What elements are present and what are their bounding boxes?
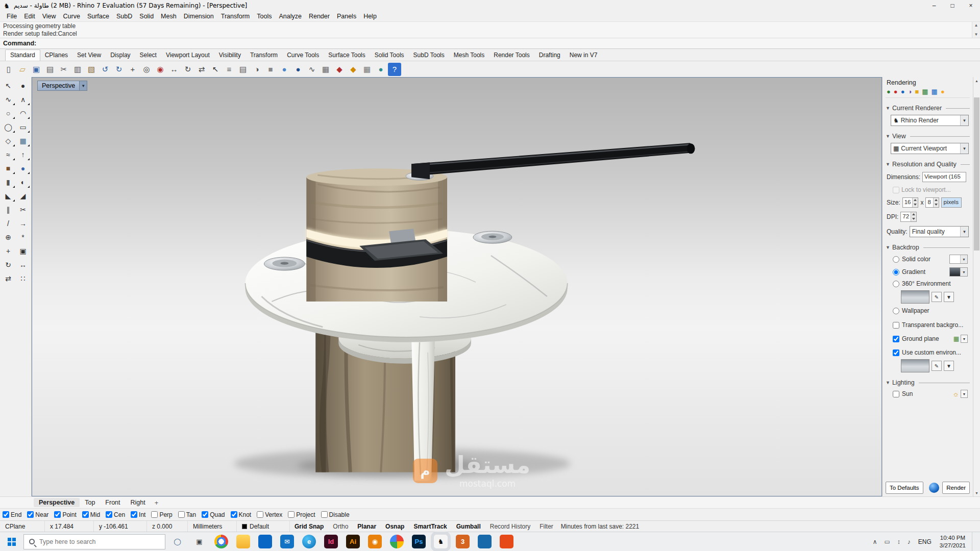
cylinder-icon[interactable]: ▮ bbox=[1, 175, 16, 189]
move-icon[interactable]: + bbox=[1, 244, 16, 258]
osnap-item[interactable]: Project bbox=[288, 511, 315, 518]
osnap-item[interactable]: Near bbox=[27, 511, 48, 518]
toolbar-tab[interactable]: Surface Tools bbox=[324, 50, 370, 61]
osnap-item[interactable]: Tan bbox=[178, 511, 196, 518]
store-icon[interactable] bbox=[258, 535, 272, 548]
status-toggle[interactable]: Filter bbox=[535, 521, 558, 532]
paste-icon[interactable]: ▧ bbox=[85, 63, 98, 76]
osnap-checkbox[interactable] bbox=[288, 511, 295, 518]
zoom-window-icon[interactable]: ◉ bbox=[154, 63, 167, 76]
osnap-item[interactable]: Perp bbox=[151, 511, 172, 518]
max-3d-icon[interactable]: 3 bbox=[456, 535, 470, 548]
layers-icon[interactable]: ≡ bbox=[223, 63, 236, 76]
box-icon[interactable]: ■ bbox=[1, 161, 16, 175]
notifications-bell-icon[interactable]: ● bbox=[941, 88, 945, 95]
boolean-icon[interactable]: ◐ bbox=[16, 175, 31, 189]
section-current-renderer[interactable]: ▼ Current Renderer bbox=[886, 105, 970, 112]
toolbar-tab[interactable]: Curve Tools bbox=[282, 50, 324, 61]
new-viewport-tab-icon[interactable]: + bbox=[155, 499, 159, 507]
perspective-viewport[interactable]: Perspective ▼ م مستقل mostaql.com bbox=[32, 77, 882, 496]
section-backdrop[interactable]: ▼ Backdrop bbox=[886, 244, 970, 251]
edit-environment-button[interactable]: ✎ bbox=[932, 361, 942, 371]
status-toggle[interactable]: Grid Snap bbox=[290, 521, 328, 532]
surface-icon[interactable]: ▦ bbox=[16, 134, 31, 147]
view-dropdown[interactable]: ▦ Current Viewport ▼ bbox=[891, 143, 969, 154]
image-icon[interactable]: ▦ bbox=[922, 88, 928, 95]
osnap-item[interactable]: Disable bbox=[321, 511, 350, 518]
osnap-item[interactable]: Int bbox=[131, 511, 145, 518]
menu-item[interactable]: Mesh bbox=[157, 12, 180, 21]
panel-scrollbar[interactable]: ▲ ▼ bbox=[973, 77, 980, 496]
toolbar-tab[interactable]: Drafting bbox=[534, 50, 565, 61]
point-icon[interactable]: ● bbox=[16, 79, 31, 92]
environment-radio[interactable] bbox=[893, 281, 899, 287]
move-icon[interactable]: ↔ bbox=[167, 63, 181, 76]
rotate-icon[interactable]: ↻ bbox=[181, 63, 194, 76]
edit-environment-button[interactable]: ✎ bbox=[932, 292, 942, 302]
task-view-icon[interactable]: ▣ bbox=[192, 535, 206, 548]
custom-environment-checkbox[interactable] bbox=[893, 349, 899, 356]
ground-plane-checkbox[interactable] bbox=[893, 336, 899, 342]
language-indicator[interactable]: ENG bbox=[914, 538, 936, 545]
tray-volume-icon[interactable]: ♪ bbox=[904, 538, 914, 545]
pan-icon[interactable]: + bbox=[126, 63, 139, 76]
osnap-checkbox[interactable] bbox=[231, 511, 237, 518]
size-height-spinner[interactable]: 8 bbox=[925, 197, 939, 208]
join-icon[interactable]: ⊕ bbox=[1, 230, 16, 244]
menu-item[interactable]: Tools bbox=[253, 12, 275, 21]
polyline-icon[interactable]: ∧ bbox=[16, 92, 31, 106]
osnap-checkbox[interactable] bbox=[151, 511, 158, 518]
toolbar-tab[interactable]: Set View bbox=[72, 50, 106, 61]
toolbar-tab[interactable]: Visibility bbox=[214, 50, 246, 61]
taskbar-search[interactable] bbox=[23, 534, 165, 549]
command-input[interactable] bbox=[38, 40, 977, 47]
polygon-icon[interactable]: ◇ bbox=[1, 134, 16, 147]
solid-color-radio[interactable] bbox=[893, 256, 899, 263]
status-toggle[interactable]: Record History bbox=[485, 521, 535, 532]
osnap-item[interactable]: Quad bbox=[202, 511, 225, 518]
menu-item[interactable]: Dimension bbox=[180, 12, 217, 21]
camera-app-icon[interactable]: ◉ bbox=[368, 535, 382, 548]
file-explorer-icon[interactable] bbox=[236, 535, 250, 548]
toolbar-tab[interactable]: CPlanes bbox=[40, 50, 72, 61]
print-icon[interactable]: ▤ bbox=[43, 63, 57, 76]
osnap-checkbox[interactable] bbox=[178, 511, 185, 518]
renderer-dropdown[interactable]: ♞ Rhino Render ▼ bbox=[891, 115, 969, 126]
fillet-icon[interactable]: ◣ bbox=[1, 189, 16, 203]
extend-icon[interactable]: → bbox=[16, 216, 31, 230]
circle-icon[interactable]: ○ bbox=[1, 106, 16, 120]
search-input[interactable] bbox=[39, 538, 165, 545]
osnap-item[interactable]: Point bbox=[54, 511, 76, 518]
cortana-icon[interactable]: ◯ bbox=[170, 535, 184, 548]
render-button[interactable]: Render bbox=[942, 482, 970, 494]
shaded-view-icon[interactable]: ● bbox=[278, 63, 291, 76]
chevron-down-icon[interactable]: ▼ bbox=[960, 227, 968, 237]
menu-item[interactable]: File bbox=[3, 12, 20, 21]
menu-item[interactable]: Solid bbox=[136, 12, 157, 21]
layer-button[interactable]: Default bbox=[237, 521, 290, 532]
toolbar-tab[interactable]: Viewport Layout bbox=[161, 50, 214, 61]
copy-icon[interactable]: ▥ bbox=[71, 63, 84, 76]
scroll-down-icon[interactable]: ▼ bbox=[973, 489, 980, 496]
toolbar-tab[interactable]: Standard bbox=[5, 49, 40, 61]
menu-item[interactable]: Surface bbox=[84, 12, 113, 21]
curve-icon[interactable]: ∿ bbox=[1, 92, 16, 106]
tray-expand-icon[interactable]: ∧ bbox=[869, 538, 881, 545]
toolbar-tab[interactable]: Display bbox=[106, 50, 135, 61]
units-button[interactable]: Millimeters bbox=[188, 521, 237, 532]
osnap-checkbox[interactable] bbox=[54, 511, 61, 518]
scrollbar-thumb[interactable] bbox=[974, 97, 979, 251]
viewport-canvas[interactable] bbox=[32, 78, 881, 496]
osnap-checkbox[interactable] bbox=[106, 511, 112, 518]
section-resolution[interactable]: ▼ Resolution and Quality bbox=[886, 161, 970, 168]
menu-item[interactable]: Panels bbox=[333, 12, 360, 21]
osnap-checkbox[interactable] bbox=[131, 511, 137, 518]
viewport-tab[interactable]: Front bbox=[100, 498, 125, 507]
chrome-icon[interactable] bbox=[214, 535, 228, 548]
copy-icon[interactable]: ▣ bbox=[16, 244, 31, 258]
extrude-icon[interactable]: ↑ bbox=[16, 147, 31, 161]
viewport-tab[interactable]: Right bbox=[126, 498, 151, 507]
scale-icon[interactable]: ↔ bbox=[16, 258, 31, 271]
viewport-tab[interactable]: Perspective bbox=[34, 498, 80, 507]
osnap-item[interactable]: Knot bbox=[231, 511, 252, 518]
